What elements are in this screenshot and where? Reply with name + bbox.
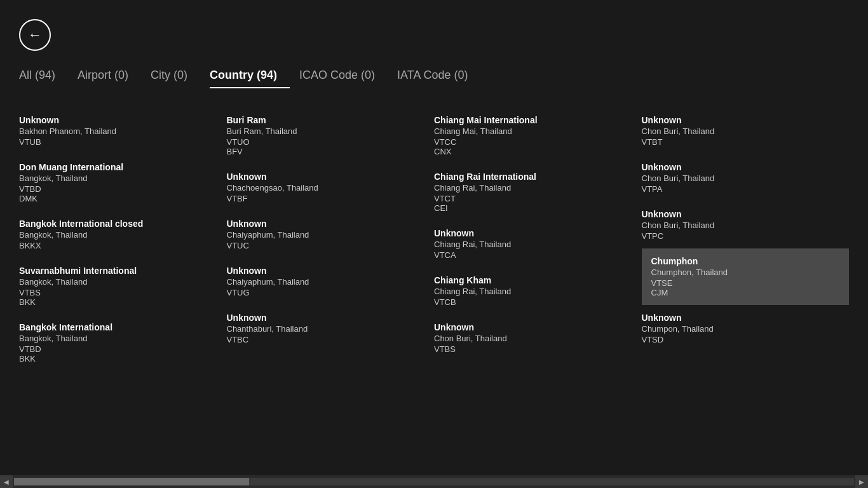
airport-icao-code: VTCA — [434, 250, 632, 260]
airport-name: Unknown — [642, 209, 840, 219]
airport-icao-code: VTBC — [227, 335, 425, 344]
column-1: Buri RamBuri Ram, ThailandVTUOBFVUnknown… — [227, 107, 435, 371]
tab-icao-code--0-[interactable]: ICAO Code (0) — [299, 64, 388, 88]
airport-item[interactable]: UnknownChon Buri, ThailandVTPA — [642, 154, 850, 201]
airport-name: Chumphon — [651, 256, 840, 266]
airport-item[interactable]: UnknownChiang Rai, ThailandVTCA — [434, 220, 642, 268]
airport-icao-code: VTBS — [19, 288, 217, 297]
column-3: UnknownChon Buri, ThailandVTBTUnknownCho… — [642, 107, 850, 371]
airport-icao-code: VTSD — [642, 335, 840, 344]
airport-location: Bakhon Phanom, Thailand — [19, 126, 217, 136]
airport-iata-code: CNX — [434, 147, 632, 156]
tab-iata-code--0-[interactable]: IATA Code (0) — [397, 64, 480, 88]
airport-icao-code: VTUC — [227, 241, 425, 250]
airport-name: Unknown — [642, 115, 840, 125]
airport-location: Buri Ram, Thailand — [227, 126, 425, 136]
airport-icao-code: VTUG — [227, 288, 425, 297]
airport-location: Chaiyaphum, Thailand — [227, 277, 425, 287]
airport-location: Chiang Rai, Thailand — [434, 183, 632, 193]
airport-name: Unknown — [227, 313, 425, 323]
airport-name: Unknown — [434, 322, 632, 332]
airport-location: Chaiyaphum, Thailand — [227, 230, 425, 240]
airport-name: Bangkok International closed — [19, 219, 217, 229]
airport-iata-code: CEI — [434, 203, 632, 213]
airport-icao-code: BKKX — [19, 241, 217, 250]
airport-icao-code: VTUO — [227, 137, 425, 147]
airport-iata-code: CJM — [651, 288, 840, 297]
back-arrow-icon: ← — [28, 28, 42, 42]
airport-item[interactable]: Suvarnabhumi InternationalBangkok, Thail… — [19, 258, 227, 315]
airport-location: Chanthaburi, Thailand — [227, 324, 425, 334]
airport-name: Unknown — [434, 228, 632, 238]
airport-item[interactable]: Bangkok InternationalBangkok, ThailandVT… — [19, 315, 227, 371]
airport-item[interactable]: Don Muang InternationalBangkok, Thailand… — [19, 154, 227, 211]
airport-location: Chiang Rai, Thailand — [434, 240, 632, 249]
airport-item[interactable]: UnknownChumpon, ThailandVTSD — [642, 305, 850, 352]
airport-item[interactable]: UnknownChachoengsao, ThailandVTBF — [227, 164, 435, 211]
airport-location: Bangkok, Thailand — [19, 277, 217, 287]
airport-name: Chiang Rai International — [434, 172, 632, 182]
airport-name: Chiang Kham — [434, 275, 632, 285]
header: ← — [0, 0, 868, 57]
airport-iata-code: BKK — [19, 297, 217, 307]
airport-item[interactable]: UnknownChon Buri, ThailandVTBS — [434, 315, 642, 362]
airport-item[interactable]: UnknownChaiyaphum, ThailandVTUC — [227, 211, 435, 258]
airport-item[interactable]: Chiang Rai InternationalChiang Rai, Thai… — [434, 164, 642, 220]
column-0: UnknownBakhon Phanom, ThailandVTUBDon Mu… — [19, 107, 227, 371]
airport-name: Buri Ram — [227, 115, 425, 125]
airport-item[interactable]: UnknownChon Buri, ThailandVTPC — [642, 201, 850, 248]
results-grid: UnknownBakhon Phanom, ThailandVTUBDon Mu… — [0, 95, 868, 384]
scroll-track[interactable] — [14, 478, 854, 485]
airport-icao-code: VTBD — [19, 344, 217, 354]
airport-name: Bangkok International — [19, 322, 217, 332]
airport-item[interactable]: UnknownChanthaburi, ThailandVTBC — [227, 305, 435, 352]
airport-location: Chon Buri, Thailand — [642, 173, 840, 183]
airport-name: Unknown — [227, 219, 425, 229]
tab-city--0-[interactable]: City (0) — [151, 64, 200, 88]
airport-location: Chumphon, Thailand — [651, 268, 840, 277]
airport-iata-code: BKK — [19, 354, 217, 363]
airport-icao-code: VTSE — [651, 278, 840, 288]
tab-bar: All (94)Airport (0)City (0)Country (94)I… — [0, 57, 868, 88]
airport-location: Chon Buri, Thailand — [434, 334, 632, 343]
airport-icao-code: VTUB — [19, 137, 217, 147]
column-2: Chiang Mai InternationalChiang Mai, Thai… — [434, 107, 642, 371]
airport-item[interactable]: Chiang Mai InternationalChiang Mai, Thai… — [434, 107, 642, 164]
airport-icao-code: VTBT — [642, 137, 840, 147]
airport-location: Chon Buri, Thailand — [642, 126, 840, 136]
airport-location: Chiang Mai, Thailand — [434, 126, 632, 136]
airport-iata-code: DMK — [19, 194, 217, 203]
airport-item[interactable]: Bangkok International closedBangkok, Tha… — [19, 211, 227, 258]
scroll-left-button[interactable]: ◀ — [0, 475, 13, 488]
airport-location: Chumpon, Thailand — [642, 324, 840, 334]
airport-icao-code: VTBS — [434, 344, 632, 354]
airport-icao-code: VTCC — [434, 137, 632, 147]
airport-item[interactable]: UnknownChaiyaphum, ThailandVTUG — [227, 258, 435, 305]
tab-country--94-[interactable]: Country (94) — [210, 64, 290, 88]
airport-item[interactable]: UnknownBakhon Phanom, ThailandVTUB — [19, 107, 227, 154]
airport-location: Chachoengsao, Thailand — [227, 183, 425, 193]
airport-iata-code: BFV — [227, 147, 425, 156]
horizontal-scrollbar: ◀ ▶ — [0, 475, 868, 488]
tab-all--94-[interactable]: All (94) — [19, 64, 68, 88]
back-button[interactable]: ← — [19, 19, 51, 51]
airport-location: Bangkok, Thailand — [19, 230, 217, 240]
scroll-right-button[interactable]: ▶ — [855, 475, 868, 488]
airport-icao-code: VTPC — [642, 231, 840, 241]
airport-location: Chiang Rai, Thailand — [434, 287, 632, 296]
tab-airport--0-[interactable]: Airport (0) — [78, 64, 141, 88]
airport-name: Chiang Mai International — [434, 115, 632, 125]
airport-item[interactable]: UnknownChon Buri, ThailandVTBT — [642, 107, 850, 154]
airport-icao-code: VTCT — [434, 194, 632, 203]
airport-name: Suvarnabhumi International — [19, 266, 217, 276]
airport-item[interactable]: Buri RamBuri Ram, ThailandVTUOBFV — [227, 107, 435, 164]
airport-item[interactable]: Chiang KhamChiang Rai, ThailandVTCB — [434, 268, 642, 315]
airport-location: Bangkok, Thailand — [19, 334, 217, 343]
airport-name: Unknown — [227, 172, 425, 182]
airport-icao-code: VTBD — [19, 184, 217, 194]
airport-icao-code: VTPA — [642, 184, 840, 194]
airport-name: Unknown — [642, 313, 840, 323]
airport-name: Don Muang International — [19, 162, 217, 172]
airport-item[interactable]: ChumphonChumphon, ThailandVTSECJM — [642, 248, 850, 305]
airport-icao-code: VTCB — [434, 297, 632, 307]
